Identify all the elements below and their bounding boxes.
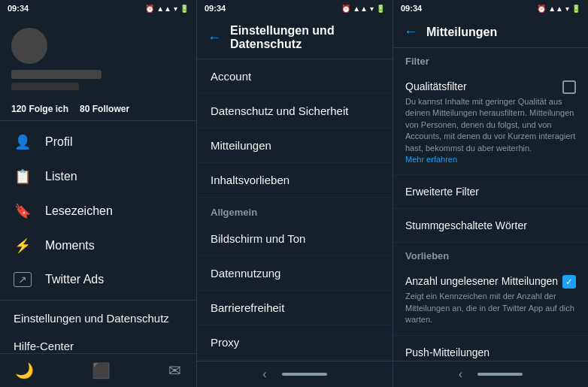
settings-title: Einstellungen und Datenschutz xyxy=(230,24,382,51)
alarm-icon: ⏰ xyxy=(145,5,154,13)
section-filter: Filter xyxy=(393,48,588,71)
menu-divider xyxy=(0,300,196,301)
side-menu-panel: 09:34 ⏰ ▲▲ ▾ 🔋 120 Folge ich 80 Follower… xyxy=(0,0,196,387)
qualitaetsfilter-desc: Du kannst Inhalte mit geringer Qualität … xyxy=(405,96,576,165)
sidebar-item-profil[interactable]: 👤 Profil xyxy=(0,125,196,159)
bottom-bar-2: ‹ xyxy=(197,361,393,387)
lesezeichen-icon: 🔖 xyxy=(14,203,32,219)
notifications-content: Filter Qualitätsfilter Du kannst Inhalte… xyxy=(393,48,588,361)
notifications-header: ← Mitteilungen xyxy=(393,17,588,48)
listen-label: Listen xyxy=(45,170,77,183)
settings-item-inhaltsvorlieben[interactable]: Inhaltsvorlieben xyxy=(197,163,393,198)
sidebar-item-twitter-ads[interactable]: ↗ Twitter Ads xyxy=(0,263,196,296)
moments-label: Moments xyxy=(45,239,95,252)
battery-icon-2: 🔋 xyxy=(376,5,385,13)
sidebar-item-listen[interactable]: 📋 Listen xyxy=(0,159,196,194)
erweiterte-filter-row[interactable]: Erweiterte Filter xyxy=(393,175,588,209)
user-handle xyxy=(11,83,79,90)
stummgeschaltete-woerter-row[interactable]: Stummgeschaltete Wörter xyxy=(393,209,588,243)
back-button-notifications[interactable]: ← xyxy=(404,24,417,40)
ungelesene-checkbox[interactable]: ✓ xyxy=(562,275,576,289)
sidebar-item-hilfe[interactable]: Hilfe-Center xyxy=(0,332,196,353)
ungelesene-desc: Zeigt ein Kennzeichen mit der Anzahl der… xyxy=(405,291,576,325)
wifi-icon: ▾ xyxy=(174,5,177,13)
time-3: 09:34 xyxy=(401,4,422,13)
home-indicator xyxy=(282,373,327,376)
profile-area xyxy=(0,17,196,98)
battery-icon-3: 🔋 xyxy=(571,5,580,13)
moments-icon: ⚡ xyxy=(14,237,32,254)
ungelesene-row[interactable]: Anzahl ungelesener Mitteilungen ✓ Zeigt … xyxy=(393,266,588,335)
nav-back-icon[interactable]: ‹ xyxy=(262,367,266,381)
avatar xyxy=(11,28,47,64)
qualitaetsfilter-checkbox[interactable] xyxy=(562,80,576,94)
settings-item-datenschutz[interactable]: Datenschutz und Sicherheit xyxy=(197,94,393,128)
menu-list: 👤 Profil 📋 Listen 🔖 Lesezeichen ⚡ Moment… xyxy=(0,121,196,353)
home-indicator-3 xyxy=(477,373,523,376)
status-icons-2: ⏰ ▲▲ ▾ 🔋 xyxy=(341,5,385,13)
twitter-ads-icon: ↗ xyxy=(14,272,32,287)
nav-back-icon-3[interactable]: ‹ xyxy=(459,367,462,381)
settings-list: Account Datenschutz und Sicherheit Mitte… xyxy=(197,59,393,361)
section-allgemein: Allgemein xyxy=(197,198,393,222)
settings-item-account[interactable]: Account xyxy=(197,59,393,94)
ungelesene-title: Anzahl ungelesener Mitteilungen xyxy=(405,275,562,287)
status-bar-3: 09:34 ⏰ ▲▲ ▾ 🔋 xyxy=(393,0,588,17)
settings-header: ← Einstellungen und Datenschutz xyxy=(197,17,393,59)
alarm-icon-2: ⏰ xyxy=(341,5,350,13)
bottom-bar-1: 🌙 ⬛ ✉ xyxy=(0,353,196,387)
signal-icon-3: ▲▲ xyxy=(548,5,563,13)
twitter-ads-label: Twitter Ads xyxy=(45,273,104,286)
follow-stats: 120 Folge ich 80 Follower xyxy=(0,98,196,121)
wifi-icon-3: ▾ xyxy=(565,5,569,13)
status-icons-3: ⏰ ▲▲ ▾ 🔋 xyxy=(537,5,580,13)
qr-icon[interactable]: ⬛ xyxy=(92,361,111,379)
dark-mode-icon[interactable]: 🌙 xyxy=(15,361,34,379)
qualitaetsfilter-header: Qualitätsfilter xyxy=(405,80,576,94)
settings-panel: 09:34 ⏰ ▲▲ ▾ 🔋 ← Einstellungen und Daten… xyxy=(196,0,393,387)
push-mitteilungen-row[interactable]: Push-Mitteilungen xyxy=(393,336,588,361)
settings-item-proxy[interactable]: Proxy xyxy=(197,325,393,360)
status-bar-1: 09:34 ⏰ ▲▲ ▾ 🔋 xyxy=(0,0,196,17)
section-vorlieben: Vorlieben xyxy=(393,243,588,266)
qualitaetsfilter-title: Qualitätsfilter xyxy=(405,80,562,92)
back-button-settings[interactable]: ← xyxy=(208,30,221,46)
time-1: 09:34 xyxy=(8,4,29,13)
following-count: 120 Folge ich xyxy=(11,104,68,114)
settings-item-datennutzung[interactable]: Datennutzung xyxy=(197,256,393,291)
sidebar-item-einstellungen[interactable]: Einstellungen und Datenschutz xyxy=(0,304,196,332)
follower-count: 80 Follower xyxy=(80,104,129,114)
time-2: 09:34 xyxy=(205,4,226,13)
lesezeichen-label: Lesezeichen xyxy=(45,204,113,218)
status-bar-2: 09:34 ⏰ ▲▲ ▾ 🔋 xyxy=(197,0,393,17)
mail-icon[interactable]: ✉ xyxy=(168,361,181,379)
listen-icon: 📋 xyxy=(14,168,32,185)
qualitaetsfilter-row[interactable]: Qualitätsfilter Du kannst Inhalte mit ge… xyxy=(393,71,588,175)
settings-item-bildschirm[interactable]: Bildschirm und Ton xyxy=(197,222,393,256)
alarm-icon-3: ⏰ xyxy=(537,5,546,13)
settings-item-mitteilungen[interactable]: Mitteilungen xyxy=(197,128,393,163)
battery-icon: 🔋 xyxy=(180,5,189,13)
notifications-title: Mitteilungen xyxy=(426,26,577,39)
signal-icon: ▲▲ xyxy=(156,5,171,13)
sidebar-item-lesezeichen[interactable]: 🔖 Lesezeichen xyxy=(0,194,196,228)
wifi-icon-2: ▾ xyxy=(370,5,374,13)
bottom-bar-3: ‹ xyxy=(393,361,588,387)
signal-icon-2: ▲▲ xyxy=(353,5,368,13)
profil-label: Profil xyxy=(45,135,72,149)
notifications-panel: 09:34 ⏰ ▲▲ ▾ 🔋 ← Mitteilungen Filter Qua… xyxy=(393,0,588,387)
profil-icon: 👤 xyxy=(14,134,32,150)
settings-item-barrierefreiheit[interactable]: Barrierefreiheit xyxy=(197,291,393,325)
user-name xyxy=(11,70,102,79)
sidebar-item-moments[interactable]: ⚡ Moments xyxy=(0,228,196,263)
qualitaetsfilter-link[interactable]: Mehr erfahren xyxy=(405,155,457,164)
status-icons-1: ⏰ ▲▲ ▾ 🔋 xyxy=(145,5,189,13)
ungelesene-header: Anzahl ungelesener Mitteilungen ✓ xyxy=(405,275,576,289)
